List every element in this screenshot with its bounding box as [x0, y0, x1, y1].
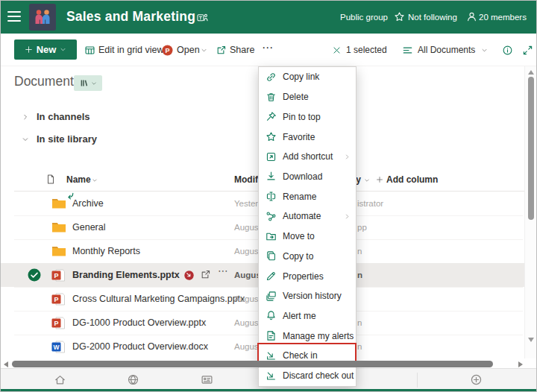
menu-item-pin-to-top[interactable]: Pin to top [259, 107, 356, 127]
pin-icon [266, 111, 277, 122]
scroll-up-arrow[interactable] [528, 70, 534, 75]
view-style-badge[interactable] [74, 75, 102, 91]
file-name[interactable]: DG-1000 Product Overview.pptx [72, 317, 206, 328]
scroll-left-arrow[interactable] [4, 361, 8, 367]
svg-text:P: P [54, 320, 58, 327]
file-name[interactable]: Archive [72, 198, 104, 209]
edit-grid-view-button[interactable]: Edit in grid view [98, 45, 164, 55]
menu-item-rename[interactable]: Rename [259, 186, 356, 206]
members-count[interactable]: 20 members [479, 13, 527, 22]
svg-text:P: P [54, 272, 58, 279]
folder-icon [51, 197, 66, 209]
scroll-down-arrow[interactable] [528, 338, 534, 342]
section-in-channels[interactable]: In channels [22, 111, 90, 122]
expand-icon[interactable] [522, 45, 533, 56]
share-icon[interactable] [200, 269, 211, 280]
selected-check-icon[interactable] [28, 268, 41, 282]
add-shortcut-icon [266, 151, 277, 162]
folder-icon [51, 245, 66, 257]
vertical-scrollbar[interactable] [524, 66, 536, 358]
grid-icon [84, 45, 95, 56]
members-icon [466, 11, 477, 22]
menu-item-properties[interactable]: Properties [259, 266, 356, 286]
scroll-right-arrow[interactable] [518, 361, 523, 367]
row-more-actions-button[interactable]: ⋯ [218, 265, 229, 276]
horizontal-scroll-thumb[interactable] [12, 361, 493, 367]
svg-text:P: P [54, 296, 58, 303]
modified-by-value: n [357, 271, 362, 279]
file-name[interactable]: Branding Elements.pptx [72, 270, 180, 280]
open-button[interactable]: Open [177, 45, 200, 55]
share-button[interactable]: Share [230, 45, 254, 55]
chevron-down-icon [22, 136, 29, 143]
copy-to-icon [266, 250, 277, 262]
command-bar: New Edit in grid view P Open Share ⋯ 1 s… [1, 34, 536, 66]
file-name[interactable]: Monthly Reports [72, 246, 140, 256]
word-file-icon: W [51, 341, 66, 353]
globe-icon[interactable] [127, 373, 139, 386]
rename-icon [266, 191, 277, 202]
page-title: Sales and Marketing [66, 9, 195, 25]
public-group-label: Public group [340, 13, 388, 22]
menu-item-download[interactable]: Download [259, 167, 356, 187]
svg-text:P: P [165, 47, 169, 54]
alert-bell-icon [266, 310, 277, 321]
section-in-site-library[interactable]: In site library [22, 133, 97, 145]
teams-icon [197, 12, 208, 23]
file-name[interactable]: Cross Cultural Marketing Campaigns.pptx [72, 294, 245, 304]
home-icon[interactable] [54, 373, 66, 386]
menu-item-add-shortcut[interactable]: Add shortcut [259, 147, 356, 167]
menu-item-discard-check-out[interactable]: Discard check out [259, 366, 356, 386]
not-following-button[interactable]: Not following [408, 13, 457, 22]
vertical-scroll-thumb[interactable] [528, 77, 534, 220]
modified-value: August [234, 294, 261, 303]
column-header-name[interactable]: Name [66, 174, 91, 185]
menu-item-alert-me[interactable]: Alert me [259, 306, 356, 326]
add-tab-icon[interactable] [470, 373, 483, 386]
contact-card-icon[interactable] [201, 373, 213, 386]
menu-item-favorite[interactable]: Favorite [259, 127, 356, 147]
chevron-down-icon[interactable] [481, 47, 488, 54]
library-icon [80, 78, 89, 88]
chevron-down-icon [92, 177, 98, 183]
info-icon[interactable] [502, 45, 513, 56]
new-button-label: New [37, 44, 57, 55]
checked-out-badge-icon [184, 271, 194, 280]
folder-icon [51, 221, 66, 233]
modified-by-value: n [357, 342, 362, 351]
menu-item-version-history[interactable]: Version history [259, 286, 356, 306]
modified-by-value: n [357, 318, 362, 327]
library-title: Documents [14, 74, 81, 89]
menu-item-delete[interactable]: Delete [259, 87, 356, 107]
submenu-chevron-icon [344, 154, 351, 160]
chevron-down-icon[interactable] [201, 47, 207, 54]
share-icon [216, 45, 227, 56]
chevron-down-icon [364, 177, 370, 183]
menu-item-copy-to[interactable]: Copy to [259, 246, 356, 266]
file-name[interactable]: General [72, 222, 105, 233]
menu-item-automate[interactable]: Automate [259, 206, 356, 227]
modified-by-value: istrator [357, 199, 383, 208]
bottom-accent-strip [1, 389, 536, 391]
more-actions-button[interactable]: ⋯ [262, 41, 274, 54]
submenu-chevron-icon [344, 213, 351, 220]
menu-item-move-to[interactable]: Move to [259, 227, 356, 247]
modified-by-value: n [357, 247, 362, 256]
powerpoint-app-icon: P [162, 45, 173, 56]
file-name[interactable]: DG-2000 Product Overview.docx [72, 341, 208, 352]
team-logo [29, 4, 56, 31]
move-to-icon [266, 231, 277, 242]
hamburger-menu-icon[interactable] [7, 11, 21, 25]
add-column-button[interactable]: Add column [386, 174, 438, 185]
app-window: Sales and Marketing Public group Not fol… [0, 0, 537, 392]
section-label: In site library [37, 133, 97, 145]
new-button[interactable]: New [14, 39, 77, 60]
chevron-down-icon [60, 46, 66, 53]
chevron-right-icon [22, 113, 29, 121]
follow-star-icon [394, 11, 405, 22]
app-header: Sales and Marketing Public group Not fol… [1, 1, 536, 34]
menu-item-copy-link[interactable]: Copy link [259, 67, 356, 87]
context-menu: Copy link Delete Pin to top Favorite Add… [258, 66, 357, 387]
clear-selection-icon[interactable] [332, 45, 342, 55]
view-selector[interactable]: All Documents [418, 45, 475, 55]
